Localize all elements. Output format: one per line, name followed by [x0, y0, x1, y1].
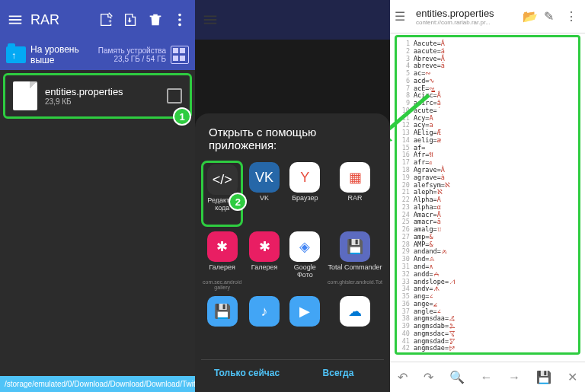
view-toggle-icon[interactable] [171, 46, 189, 64]
extract-icon[interactable] [122, 11, 140, 29]
editor-screen: ☰ entities.properties content://com.rarl… [390, 0, 585, 392]
app-label: Google Фото [287, 264, 323, 279]
code-line: 43angmsdaf=⦭ [397, 352, 578, 355]
app-label: Галерея [209, 264, 235, 279]
app-Браузер[interactable]: YБраузер [286, 161, 324, 227]
app-icon: 💾 [207, 296, 238, 327]
app-icon: 💾 [340, 231, 370, 262]
app-icon: ◈ [289, 231, 320, 262]
app-label: Браузер [292, 195, 318, 210]
app-sublabel: com.ghisler.android.Tot [328, 279, 382, 290]
tutorial-badge-1: 1 [173, 107, 191, 126]
archive-add-icon[interactable] [98, 11, 116, 29]
rar-subheader: ↑ На уровень выше Память устройства 23,5… [0, 40, 195, 70]
app-title: RAR [30, 12, 91, 28]
trash-icon[interactable] [146, 11, 165, 29]
svg-point-1 [178, 14, 181, 17]
app-item-9[interactable]: ♪ [245, 295, 283, 356]
undo-icon[interactable]: ↶ [398, 370, 408, 384]
storage-info: Память устройства 23,5 ГБ / 54 ГБ [98, 46, 166, 63]
file-icon [13, 81, 37, 110]
redo-icon[interactable]: ↷ [424, 370, 433, 384]
app-Редактор кода[interactable]: </>Редактор кода2 [201, 161, 243, 227]
breadcrumb-path[interactable]: /storage/emulated/0/Download/Download/Do… [0, 376, 195, 392]
app-Google Фото[interactable]: ◈Google Фото [286, 230, 324, 292]
app-label: Total Commander [328, 264, 382, 279]
app-icon: Y [289, 162, 320, 193]
app-label: RAR [348, 195, 363, 210]
app-Галерея[interactable]: ✱Галереяcom.sec.android gallery [201, 230, 243, 292]
dim-header [195, 0, 390, 40]
app-item-11[interactable]: ☁ [326, 295, 384, 356]
file-size: 23,9 КБ [45, 97, 159, 106]
save-icon[interactable]: 💾 [536, 370, 551, 384]
app-Total Commander[interactable]: 💾Total Commandercom.ghisler.android.Tot [326, 230, 384, 292]
open-with-sheet: Открыть с помощью приложения: </>Редакто… [195, 113, 390, 392]
rar-header: RAR [0, 0, 195, 40]
app-label: Галерея [251, 264, 278, 279]
editor-title: entities.properties [416, 8, 516, 19]
editor-toolbar: ↶ ↷ 🔍 ← → 💾 ✕ [390, 362, 585, 392]
app-icon: VK [249, 162, 280, 193]
file-row[interactable]: entities.properties 23,9 КБ 1 [3, 73, 192, 119]
app-label: VK [260, 195, 269, 210]
search-icon[interactable]: 🔍 [449, 370, 465, 384]
rar-screen: RAR ↑ На уровень выше Память устройства … [0, 0, 195, 392]
editor-subtitle: content://com.rarlab.rar.pr... [416, 19, 516, 26]
app-Галерея[interactable]: ✱Галерея [245, 230, 283, 292]
svg-point-2 [178, 18, 181, 21]
app-icon: ✱ [207, 231, 238, 262]
up-label[interactable]: На уровень выше [30, 44, 94, 65]
code-content[interactable]: 1Aacute=Á2aacute=á3Abreve=Ă4abreve=ă5ac=… [395, 35, 580, 355]
close-icon[interactable]: ✕ [567, 370, 577, 384]
app-sublabel: com.sec.android gallery [203, 279, 241, 290]
editor-more-icon[interactable]: ⋮ [565, 9, 580, 24]
app-icon: ▶ [289, 296, 320, 327]
file-name: entities.properties [45, 86, 159, 97]
edit-icon[interactable]: ✎ [544, 9, 559, 24]
arrow-left-icon[interactable]: ← [480, 371, 492, 384]
app-icon: ▦ [340, 162, 370, 193]
editor-menu-icon[interactable]: ☰ [395, 9, 410, 24]
app-RAR[interactable]: ▦RAR [326, 161, 384, 227]
more-icon[interactable] [171, 11, 189, 29]
editor-header: ☰ entities.properties content://com.rarl… [390, 0, 585, 33]
open-folder-icon[interactable]: 📂 [523, 9, 538, 24]
open-with-screen: Открыть с помощью приложения: </>Редакто… [195, 0, 390, 392]
app-icon: ☁ [340, 296, 370, 327]
menu-icon[interactable] [6, 11, 24, 29]
app-item-8[interactable]: 💾 [201, 295, 243, 356]
app-icon: </> [207, 164, 238, 195]
arrow-right-icon[interactable]: → [508, 371, 520, 384]
app-VK[interactable]: VKVK [245, 161, 283, 227]
app-icon: ♪ [249, 296, 280, 327]
app-grid: </>Редактор кода2VKVKYБраузер▦RAR✱Галере… [201, 161, 384, 356]
svg-point-3 [178, 24, 181, 27]
file-checkbox[interactable] [167, 88, 182, 104]
always-button[interactable]: Всегда [292, 360, 384, 386]
app-item-10[interactable]: ▶ [286, 295, 324, 356]
only-now-button[interactable]: Только сейчас [201, 360, 292, 386]
sheet-title: Открыть с помощью приложения: [201, 123, 384, 161]
app-icon: ✱ [249, 231, 280, 262]
up-folder-icon[interactable]: ↑ [6, 46, 26, 63]
